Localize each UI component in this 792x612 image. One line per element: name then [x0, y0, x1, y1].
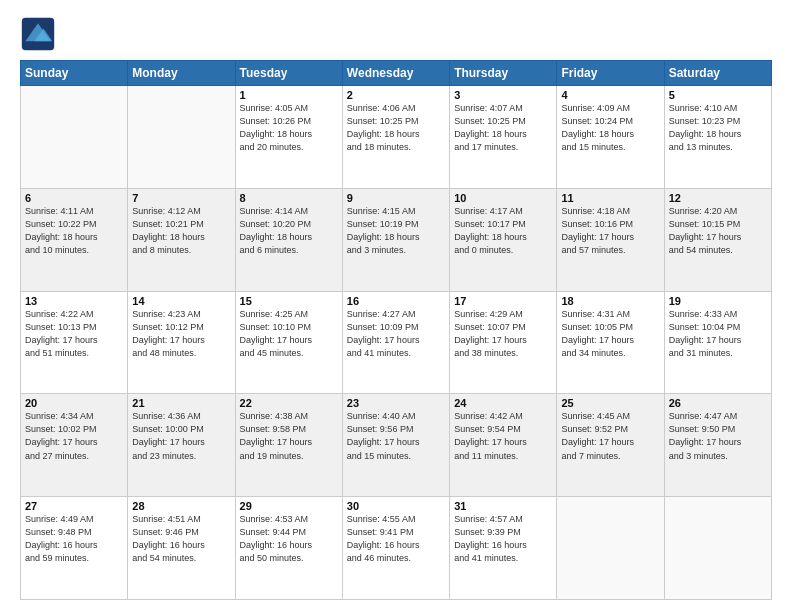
day-info: Sunrise: 4:29 AM Sunset: 10:07 PM Daylig…	[454, 308, 552, 360]
col-header-sunday: Sunday	[21, 61, 128, 86]
day-cell: 8Sunrise: 4:14 AM Sunset: 10:20 PM Dayli…	[235, 188, 342, 291]
day-number: 2	[347, 89, 445, 101]
week-row-4: 20Sunrise: 4:34 AM Sunset: 10:02 PM Dayl…	[21, 394, 772, 497]
day-info: Sunrise: 4:06 AM Sunset: 10:25 PM Daylig…	[347, 102, 445, 154]
col-header-friday: Friday	[557, 61, 664, 86]
header	[20, 16, 772, 52]
day-number: 27	[25, 500, 123, 512]
day-number: 24	[454, 397, 552, 409]
day-info: Sunrise: 4:55 AM Sunset: 9:41 PM Dayligh…	[347, 513, 445, 565]
day-info: Sunrise: 4:09 AM Sunset: 10:24 PM Daylig…	[561, 102, 659, 154]
day-number: 8	[240, 192, 338, 204]
day-cell: 2Sunrise: 4:06 AM Sunset: 10:25 PM Dayli…	[342, 86, 449, 189]
day-cell: 1Sunrise: 4:05 AM Sunset: 10:26 PM Dayli…	[235, 86, 342, 189]
day-cell: 22Sunrise: 4:38 AM Sunset: 9:58 PM Dayli…	[235, 394, 342, 497]
day-number: 25	[561, 397, 659, 409]
day-number: 10	[454, 192, 552, 204]
day-info: Sunrise: 4:27 AM Sunset: 10:09 PM Daylig…	[347, 308, 445, 360]
day-info: Sunrise: 4:18 AM Sunset: 10:16 PM Daylig…	[561, 205, 659, 257]
day-cell: 21Sunrise: 4:36 AM Sunset: 10:00 PM Dayl…	[128, 394, 235, 497]
day-cell	[664, 497, 771, 600]
week-row-3: 13Sunrise: 4:22 AM Sunset: 10:13 PM Dayl…	[21, 291, 772, 394]
day-cell: 4Sunrise: 4:09 AM Sunset: 10:24 PM Dayli…	[557, 86, 664, 189]
day-cell: 9Sunrise: 4:15 AM Sunset: 10:19 PM Dayli…	[342, 188, 449, 291]
day-cell: 19Sunrise: 4:33 AM Sunset: 10:04 PM Dayl…	[664, 291, 771, 394]
week-row-2: 6Sunrise: 4:11 AM Sunset: 10:22 PM Dayli…	[21, 188, 772, 291]
day-number: 19	[669, 295, 767, 307]
day-number: 20	[25, 397, 123, 409]
col-header-thursday: Thursday	[450, 61, 557, 86]
day-info: Sunrise: 4:10 AM Sunset: 10:23 PM Daylig…	[669, 102, 767, 154]
day-info: Sunrise: 4:11 AM Sunset: 10:22 PM Daylig…	[25, 205, 123, 257]
day-cell: 15Sunrise: 4:25 AM Sunset: 10:10 PM Dayl…	[235, 291, 342, 394]
day-info: Sunrise: 4:31 AM Sunset: 10:05 PM Daylig…	[561, 308, 659, 360]
day-number: 1	[240, 89, 338, 101]
day-number: 15	[240, 295, 338, 307]
day-info: Sunrise: 4:36 AM Sunset: 10:00 PM Daylig…	[132, 410, 230, 462]
day-cell: 10Sunrise: 4:17 AM Sunset: 10:17 PM Dayl…	[450, 188, 557, 291]
col-header-saturday: Saturday	[664, 61, 771, 86]
day-cell: 20Sunrise: 4:34 AM Sunset: 10:02 PM Dayl…	[21, 394, 128, 497]
day-number: 22	[240, 397, 338, 409]
day-number: 17	[454, 295, 552, 307]
day-cell: 27Sunrise: 4:49 AM Sunset: 9:48 PM Dayli…	[21, 497, 128, 600]
day-info: Sunrise: 4:40 AM Sunset: 9:56 PM Dayligh…	[347, 410, 445, 462]
day-cell: 5Sunrise: 4:10 AM Sunset: 10:23 PM Dayli…	[664, 86, 771, 189]
day-cell: 6Sunrise: 4:11 AM Sunset: 10:22 PM Dayli…	[21, 188, 128, 291]
day-number: 5	[669, 89, 767, 101]
day-cell: 31Sunrise: 4:57 AM Sunset: 9:39 PM Dayli…	[450, 497, 557, 600]
day-cell: 24Sunrise: 4:42 AM Sunset: 9:54 PM Dayli…	[450, 394, 557, 497]
day-info: Sunrise: 4:51 AM Sunset: 9:46 PM Dayligh…	[132, 513, 230, 565]
day-info: Sunrise: 4:17 AM Sunset: 10:17 PM Daylig…	[454, 205, 552, 257]
day-info: Sunrise: 4:20 AM Sunset: 10:15 PM Daylig…	[669, 205, 767, 257]
day-cell: 7Sunrise: 4:12 AM Sunset: 10:21 PM Dayli…	[128, 188, 235, 291]
day-info: Sunrise: 4:34 AM Sunset: 10:02 PM Daylig…	[25, 410, 123, 462]
day-cell	[128, 86, 235, 189]
day-number: 12	[669, 192, 767, 204]
day-info: Sunrise: 4:22 AM Sunset: 10:13 PM Daylig…	[25, 308, 123, 360]
day-cell: 29Sunrise: 4:53 AM Sunset: 9:44 PM Dayli…	[235, 497, 342, 600]
week-row-5: 27Sunrise: 4:49 AM Sunset: 9:48 PM Dayli…	[21, 497, 772, 600]
day-info: Sunrise: 4:12 AM Sunset: 10:21 PM Daylig…	[132, 205, 230, 257]
day-cell: 18Sunrise: 4:31 AM Sunset: 10:05 PM Dayl…	[557, 291, 664, 394]
day-info: Sunrise: 4:05 AM Sunset: 10:26 PM Daylig…	[240, 102, 338, 154]
day-number: 9	[347, 192, 445, 204]
week-row-1: 1Sunrise: 4:05 AM Sunset: 10:26 PM Dayli…	[21, 86, 772, 189]
day-cell: 25Sunrise: 4:45 AM Sunset: 9:52 PM Dayli…	[557, 394, 664, 497]
day-number: 23	[347, 397, 445, 409]
day-cell: 30Sunrise: 4:55 AM Sunset: 9:41 PM Dayli…	[342, 497, 449, 600]
day-number: 16	[347, 295, 445, 307]
day-number: 18	[561, 295, 659, 307]
day-number: 13	[25, 295, 123, 307]
day-number: 6	[25, 192, 123, 204]
logo	[20, 16, 58, 52]
day-cell	[21, 86, 128, 189]
day-info: Sunrise: 4:49 AM Sunset: 9:48 PM Dayligh…	[25, 513, 123, 565]
day-cell: 13Sunrise: 4:22 AM Sunset: 10:13 PM Dayl…	[21, 291, 128, 394]
day-number: 3	[454, 89, 552, 101]
day-number: 14	[132, 295, 230, 307]
day-info: Sunrise: 4:45 AM Sunset: 9:52 PM Dayligh…	[561, 410, 659, 462]
day-number: 28	[132, 500, 230, 512]
day-number: 11	[561, 192, 659, 204]
day-cell: 23Sunrise: 4:40 AM Sunset: 9:56 PM Dayli…	[342, 394, 449, 497]
day-info: Sunrise: 4:15 AM Sunset: 10:19 PM Daylig…	[347, 205, 445, 257]
logo-icon	[20, 16, 56, 52]
page: SundayMondayTuesdayWednesdayThursdayFrid…	[0, 0, 792, 612]
col-header-wednesday: Wednesday	[342, 61, 449, 86]
day-cell: 12Sunrise: 4:20 AM Sunset: 10:15 PM Dayl…	[664, 188, 771, 291]
day-info: Sunrise: 4:42 AM Sunset: 9:54 PM Dayligh…	[454, 410, 552, 462]
day-number: 26	[669, 397, 767, 409]
day-cell: 17Sunrise: 4:29 AM Sunset: 10:07 PM Dayl…	[450, 291, 557, 394]
calendar: SundayMondayTuesdayWednesdayThursdayFrid…	[20, 60, 772, 600]
day-info: Sunrise: 4:07 AM Sunset: 10:25 PM Daylig…	[454, 102, 552, 154]
day-number: 31	[454, 500, 552, 512]
day-cell: 26Sunrise: 4:47 AM Sunset: 9:50 PM Dayli…	[664, 394, 771, 497]
day-cell: 14Sunrise: 4:23 AM Sunset: 10:12 PM Dayl…	[128, 291, 235, 394]
day-cell: 11Sunrise: 4:18 AM Sunset: 10:16 PM Dayl…	[557, 188, 664, 291]
header-row: SundayMondayTuesdayWednesdayThursdayFrid…	[21, 61, 772, 86]
day-number: 30	[347, 500, 445, 512]
day-number: 7	[132, 192, 230, 204]
day-info: Sunrise: 4:23 AM Sunset: 10:12 PM Daylig…	[132, 308, 230, 360]
day-info: Sunrise: 4:33 AM Sunset: 10:04 PM Daylig…	[669, 308, 767, 360]
